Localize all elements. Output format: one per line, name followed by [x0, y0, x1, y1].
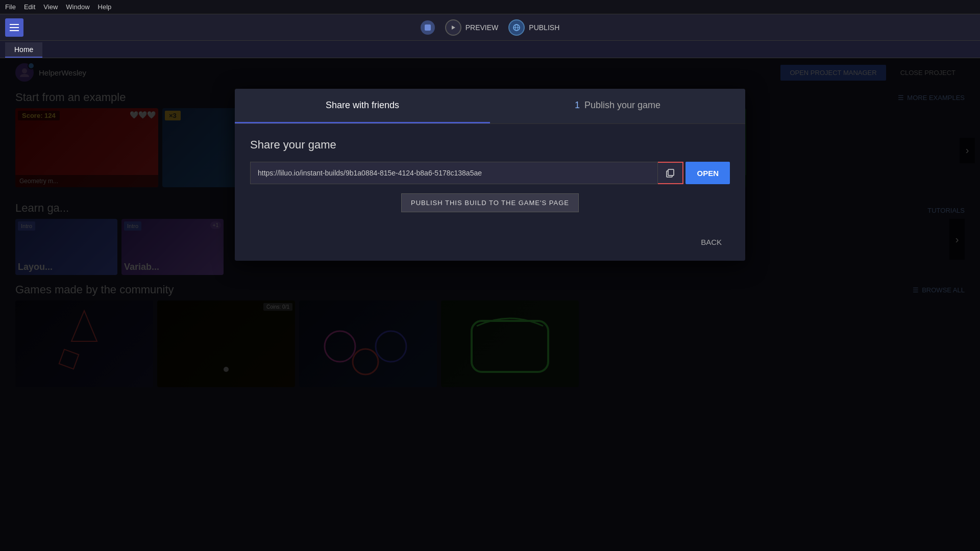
menu-help[interactable]: Help — [98, 3, 112, 11]
menu-view[interactable]: View — [43, 3, 58, 11]
modal-overlay: Share with friends 1 Publish your game S… — [0, 58, 980, 551]
share-publish-modal: Share with friends 1 Publish your game S… — [235, 89, 745, 261]
hamburger-line-1 — [10, 24, 19, 25]
tab-share-label: Share with friends — [326, 100, 399, 110]
modal-tabs: Share with friends 1 Publish your game — [235, 89, 745, 124]
modal-body: Share your game OPEN PUBLISH THIS BUILD … — [235, 124, 745, 261]
preview-button[interactable]: PREVIEW — [445, 19, 499, 36]
toolbar: PREVIEW PUBLISH — [0, 14, 980, 41]
copy-button[interactable] — [658, 162, 683, 184]
tab-share-with-friends[interactable]: Share with friends — [235, 89, 490, 123]
publish-button[interactable]: PUBLISH — [508, 19, 559, 36]
open-button[interactable]: OPEN — [685, 162, 730, 184]
hamburger-line-3 — [10, 30, 19, 31]
hamburger-icon[interactable] — [5, 18, 23, 37]
toolbar-center: PREVIEW PUBLISH — [421, 19, 560, 36]
home-tab[interactable]: Home — [5, 42, 42, 58]
tab-publish-number: 1 — [575, 100, 580, 110]
menu-window[interactable]: Window — [66, 3, 89, 11]
publish-tooltip-button[interactable]: PUBLISH THIS BUILD TO THE GAME'S PAGE — [401, 193, 579, 212]
menu-file[interactable]: File — [5, 3, 16, 11]
back-button[interactable]: BACK — [693, 234, 730, 251]
copy-icon — [665, 168, 675, 178]
url-input[interactable] — [250, 162, 658, 184]
menu-bar: File Edit View Window Help — [0, 0, 980, 14]
main-content: HelperWesley OPEN PROJECT MANAGER CLOSE … — [0, 58, 980, 551]
share-game-title: Share your game — [250, 138, 730, 152]
modal-footer: BACK — [250, 229, 730, 251]
tab-publish-your-game[interactable]: 1 Publish your game — [490, 89, 745, 123]
project-icon[interactable] — [421, 20, 435, 35]
nav-tabs-bar: Home — [0, 41, 980, 58]
svg-rect-13 — [668, 169, 674, 176]
svg-marker-1 — [452, 26, 455, 30]
preview-icon — [445, 19, 461, 36]
svg-rect-0 — [425, 24, 431, 31]
hamburger-line-2 — [10, 27, 19, 28]
menu-edit[interactable]: Edit — [24, 3, 35, 11]
url-row: OPEN — [250, 162, 730, 184]
preview-label: PREVIEW — [465, 23, 499, 32]
publish-icon — [508, 19, 525, 36]
toolbar-left — [5, 18, 23, 37]
tab-publish-label: Publish your game — [584, 100, 660, 110]
publish-label: PUBLISH — [529, 23, 559, 32]
